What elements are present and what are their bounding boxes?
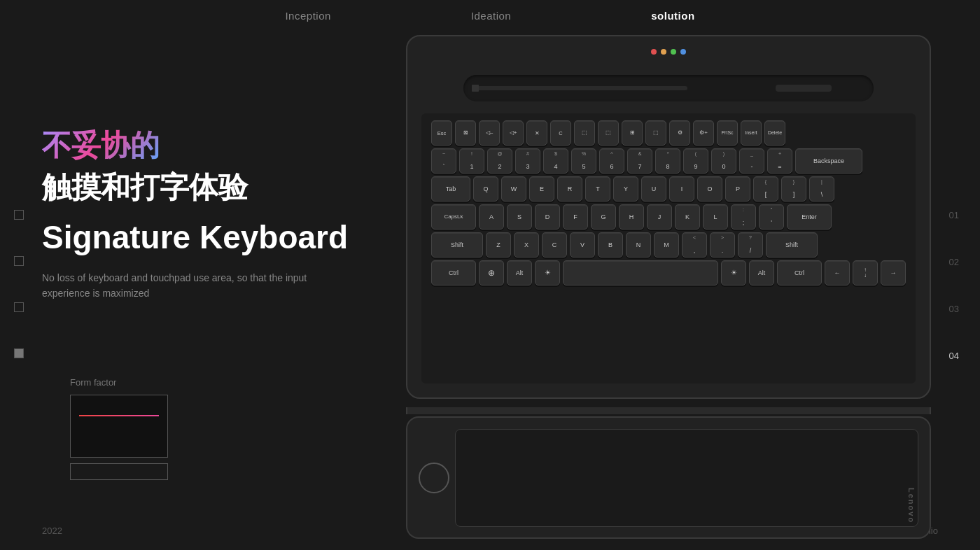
key-0[interactable]: )0 <box>711 148 736 174</box>
key-f5[interactable]: C <box>550 120 571 146</box>
key-alt-right[interactable]: Alt <box>749 260 774 285</box>
key-a[interactable]: A <box>479 204 504 230</box>
key-m[interactable]: M <box>654 232 679 258</box>
ctrl-row: Ctrl ⊕ Alt ☀ ☀ Alt Ctrl ← ↑↓ → <box>431 260 906 285</box>
key-6[interactable]: ^6 <box>599 148 624 174</box>
key-minus[interactable]: _- <box>739 148 764 174</box>
camera-dot-2 <box>661 49 666 55</box>
key-ctrl-right[interactable]: Ctrl <box>777 260 822 285</box>
key-7[interactable]: &7 <box>627 148 652 174</box>
indicator-4[interactable] <box>14 348 24 358</box>
key-y[interactable]: Y <box>613 176 638 202</box>
key-n[interactable]: N <box>626 232 651 258</box>
key-s[interactable]: S <box>507 204 532 230</box>
key-tab[interactable]: Tab <box>431 176 470 202</box>
key-f4[interactable]: ✕ <box>526 120 547 146</box>
fn-row: Esc ⊠ ◁– ◁+ ✕ C ⬚ ⬚ ⊞ ⬚ ⚙ ⚙+ PrtSc Inser… <box>431 120 906 146</box>
key-ctrl-left[interactable]: Ctrl <box>431 260 476 285</box>
chinese-white-title: 触摸和打字体验 <box>42 171 248 204</box>
q-row: Tab Q W E R T Y U I O P {[ }] |\ <box>431 176 906 202</box>
key-arrow-right[interactable]: → <box>881 260 906 285</box>
keyboard-section: Esc ⊠ ◁– ◁+ ✕ C ⬚ ⬚ ⊞ ⬚ ⚙ ⚙+ PrtSc Inser… <box>406 35 931 539</box>
key-rbracket[interactable]: }] <box>781 176 806 202</box>
key-h[interactable]: H <box>619 204 644 230</box>
key-i[interactable]: I <box>669 176 694 202</box>
nav-inception[interactable]: Inception <box>285 10 330 22</box>
key-globe[interactable]: ⊕ <box>479 260 504 285</box>
key-w[interactable]: W <box>501 176 526 202</box>
key-l[interactable]: L <box>703 204 728 230</box>
key-lbracket[interactable]: {[ <box>753 176 778 202</box>
key-shift-left[interactable]: Shift <box>431 232 483 258</box>
key-semicolon[interactable]: :; <box>731 204 756 230</box>
nav-ideation[interactable]: Ideation <box>471 10 511 22</box>
key-arrow-left[interactable]: ← <box>825 260 850 285</box>
key-shift-right[interactable]: Shift <box>766 232 818 258</box>
key-arrow-updown[interactable]: ↑↓ <box>853 260 878 285</box>
key-fn1[interactable]: ☀ <box>535 260 560 285</box>
key-e[interactable]: E <box>529 176 554 202</box>
key-period[interactable]: >. <box>710 232 735 258</box>
key-esc[interactable]: Esc <box>431 120 452 146</box>
key-q[interactable]: Q <box>473 176 498 202</box>
indicator-1[interactable] <box>14 210 24 220</box>
key-f7[interactable]: ⬚ <box>598 120 619 146</box>
key-space[interactable] <box>563 260 718 285</box>
page-num-3: 03 <box>949 304 959 314</box>
z-row: Shift Z X C V B N M <, >. ?/ Shift <box>431 232 906 258</box>
key-backslash[interactable]: |\ <box>809 176 834 202</box>
key-enter[interactable]: Enter <box>787 204 832 230</box>
key-f10[interactable]: ⚙ <box>669 120 690 146</box>
nav-solution[interactable]: solution <box>651 10 694 22</box>
page-num-1: 01 <box>949 210 959 220</box>
key-c[interactable]: C <box>542 232 567 258</box>
key-j[interactable]: J <box>647 204 672 230</box>
stylus-tip <box>472 85 479 92</box>
key-delete[interactable]: Delete <box>764 120 785 146</box>
key-p[interactable]: P <box>725 176 750 202</box>
key-prtsc[interactable]: PrtSc <box>717 120 738 146</box>
key-backspace[interactable]: Backspace <box>795 148 862 174</box>
key-capslock[interactable]: CapsLk <box>431 204 476 230</box>
key-fn2[interactable]: ☀ <box>721 260 746 285</box>
key-insert[interactable]: Insert <box>741 120 762 146</box>
key-f2[interactable]: ◁– <box>479 120 500 146</box>
key-quote[interactable]: "' <box>759 204 784 230</box>
key-v[interactable]: V <box>570 232 595 258</box>
trackpad-pad[interactable] <box>455 429 918 527</box>
key-comma[interactable]: <, <box>682 232 707 258</box>
indicator-3[interactable] <box>14 302 24 312</box>
key-slash[interactable]: ?/ <box>738 232 763 258</box>
key-f8[interactable]: ⊞ <box>622 120 643 146</box>
key-f9[interactable]: ⬚ <box>645 120 666 146</box>
key-alt-left[interactable]: Alt <box>507 260 532 285</box>
key-tilde[interactable]: ~` <box>431 148 456 174</box>
key-f1[interactable]: ⊠ <box>455 120 476 146</box>
key-8[interactable]: *8 <box>655 148 680 174</box>
key-9[interactable]: (9 <box>683 148 708 174</box>
key-g[interactable]: G <box>591 204 616 230</box>
key-f3[interactable]: ◁+ <box>503 120 524 146</box>
key-1[interactable]: !1 <box>459 148 484 174</box>
key-u[interactable]: U <box>641 176 666 202</box>
key-r[interactable]: R <box>557 176 582 202</box>
key-o[interactable]: O <box>697 176 722 202</box>
key-5[interactable]: %5 <box>571 148 596 174</box>
key-4[interactable]: $4 <box>543 148 568 174</box>
key-z[interactable]: Z <box>486 232 511 258</box>
key-f[interactable]: F <box>563 204 588 230</box>
key-2[interactable]: @2 <box>487 148 512 174</box>
description-text: No loss of keyboard and touchpad use are… <box>42 270 308 302</box>
form-card-main <box>70 395 168 458</box>
key-t[interactable]: T <box>585 176 610 202</box>
key-k[interactable]: K <box>675 204 700 230</box>
key-equals[interactable]: += <box>767 148 792 174</box>
key-d[interactable]: D <box>535 204 560 230</box>
key-x[interactable]: X <box>514 232 539 258</box>
key-f11[interactable]: ⚙+ <box>693 120 714 146</box>
key-f6[interactable]: ⬚ <box>574 120 595 146</box>
indicator-2[interactable] <box>14 256 24 266</box>
key-b[interactable]: B <box>598 232 623 258</box>
chinese-gradient-title: 不妥协的 <box>42 129 160 162</box>
key-3[interactable]: #3 <box>515 148 540 174</box>
